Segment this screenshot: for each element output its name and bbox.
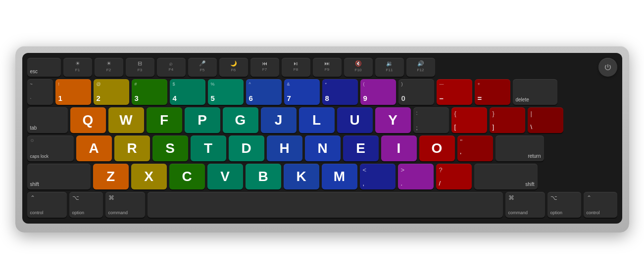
key-j[interactable]: J: [261, 107, 297, 133]
bot-row: shift Z X C V B K: [27, 164, 617, 189]
key-lbracket[interactable]: { [: [451, 107, 487, 133]
key-t[interactable]: T: [191, 136, 226, 161]
keyboard: esc ☀ F1 ☀ F2 ⊟ F3: [15, 46, 629, 232]
key-f[interactable]: F: [147, 107, 182, 133]
key-f1[interactable]: ☀ F1: [63, 58, 92, 77]
key-option-left[interactable]: ⌥ option: [69, 192, 103, 218]
key-quote[interactable]: " ': [457, 136, 493, 161]
key-control-right[interactable]: ⌃ control: [584, 192, 617, 218]
key-esc[interactable]: esc: [27, 58, 61, 77]
key-backslash[interactable]: | \: [528, 107, 563, 133]
key-5[interactable]: % 5: [208, 79, 244, 105]
key-c[interactable]: C: [169, 164, 205, 189]
key-v[interactable]: V: [207, 164, 243, 189]
key-return[interactable]: return: [495, 136, 544, 161]
key-space[interactable]: [148, 192, 503, 218]
key-y[interactable]: Y: [375, 107, 411, 133]
top-row: tab Q W F P G J: [27, 107, 617, 133]
key-f10[interactable]: 🔇 F10: [344, 58, 373, 77]
fn-row: esc ☀ F1 ☀ F2 ⊟ F3: [27, 58, 617, 77]
key-4[interactable]: $ 4: [170, 79, 205, 105]
key-slash[interactable]: ? /: [436, 164, 472, 189]
key-f6[interactable]: 🌙 F6: [219, 58, 248, 77]
key-i[interactable]: I: [381, 136, 417, 161]
key-2[interactable]: @ 2: [94, 79, 129, 105]
modifier-row: ⌃ control ⌥ option ⌘ command: [27, 192, 617, 218]
key-9[interactable]: ( 9: [360, 79, 396, 105]
key-f11[interactable]: 🔉 F11: [375, 58, 404, 77]
key-f8[interactable]: ⏯ F8: [282, 58, 310, 77]
key-q[interactable]: Q: [70, 107, 106, 133]
key-p[interactable]: P: [185, 107, 220, 133]
key-f9[interactable]: ⏭ F9: [313, 58, 342, 77]
key-period[interactable]: > .: [398, 164, 434, 189]
key-w[interactable]: W: [108, 107, 144, 133]
key-n[interactable]: N: [305, 136, 341, 161]
key-semicolon[interactable]: : ;: [413, 107, 449, 133]
key-6[interactable]: ^ 6: [246, 79, 282, 105]
key-k[interactable]: K: [284, 164, 319, 189]
key-b[interactable]: B: [246, 164, 281, 189]
key-capslock[interactable]: caps lock: [27, 136, 74, 161]
key-minus[interactable]: — –: [437, 79, 472, 105]
key-1[interactable]: ! 1: [55, 79, 91, 105]
key-d[interactable]: D: [229, 136, 264, 161]
key-f2[interactable]: ☀ F2: [95, 58, 123, 77]
key-rbracket[interactable]: } ]: [490, 107, 525, 133]
key-delete[interactable]: delete: [513, 79, 557, 105]
key-comma[interactable]: < ,: [360, 164, 396, 189]
key-f7[interactable]: ⏮ F7: [250, 58, 279, 77]
key-x[interactable]: X: [131, 164, 167, 189]
key-command-left[interactable]: ⌘ command: [105, 192, 145, 218]
key-command-right[interactable]: ⌘ command: [505, 192, 545, 218]
key-equals[interactable]: + =: [475, 79, 510, 105]
key-shift-left[interactable]: shift: [27, 164, 91, 189]
key-f12[interactable]: 🔊 F12: [406, 58, 435, 77]
key-r[interactable]: R: [114, 136, 150, 161]
mid-row: caps lock A R S T D: [27, 136, 617, 161]
key-f3[interactable]: ⊟ F3: [126, 58, 154, 77]
key-shift-right[interactable]: shift: [474, 164, 538, 189]
key-f5[interactable]: 🎤 F5: [188, 58, 217, 77]
key-o[interactable]: O: [419, 136, 455, 161]
key-0[interactable]: ) 0: [398, 79, 434, 105]
power-button[interactable]: [598, 58, 617, 77]
key-tab[interactable]: tab: [27, 107, 68, 133]
key-control-left[interactable]: ⌃ control: [27, 192, 67, 218]
key-z[interactable]: Z: [93, 164, 129, 189]
key-l[interactable]: L: [299, 107, 335, 133]
key-u[interactable]: U: [337, 107, 373, 133]
key-backtick[interactable]: ~ `: [27, 79, 53, 105]
key-8[interactable]: * 8: [322, 79, 358, 105]
key-f4[interactable]: ⌕ F4: [157, 58, 186, 77]
key-g[interactable]: G: [223, 107, 258, 133]
key-option-right[interactable]: ⌥ option: [547, 192, 581, 218]
key-e[interactable]: E: [343, 136, 379, 161]
key-3[interactable]: # 3: [132, 79, 167, 105]
key-a[interactable]: A: [76, 136, 112, 161]
key-h[interactable]: H: [267, 136, 302, 161]
num-row: ~ ` ! 1 @ 2 #: [27, 79, 617, 105]
key-s[interactable]: S: [152, 136, 188, 161]
key-m[interactable]: M: [322, 164, 357, 189]
key-7[interactable]: & 7: [284, 79, 320, 105]
